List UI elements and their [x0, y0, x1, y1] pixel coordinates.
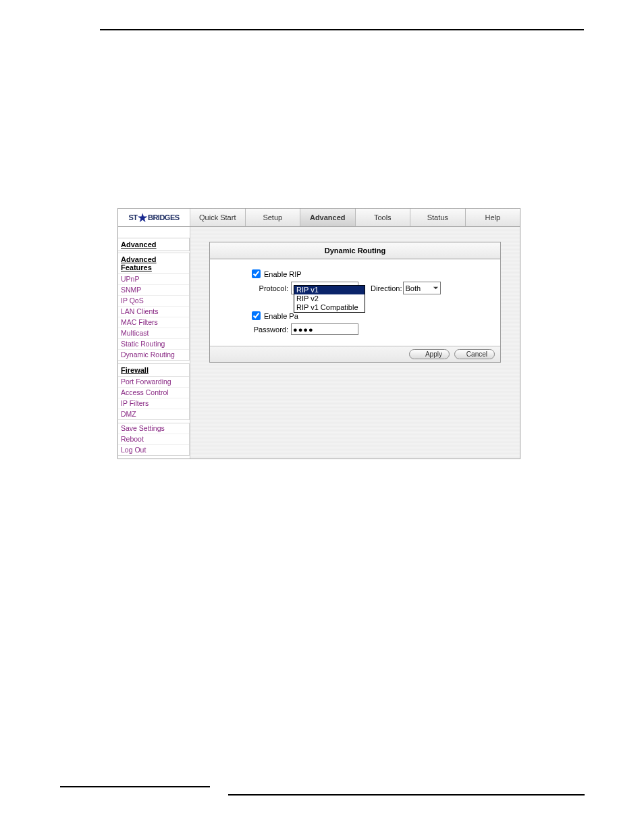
- page-rule-top-right: [259, 29, 584, 30]
